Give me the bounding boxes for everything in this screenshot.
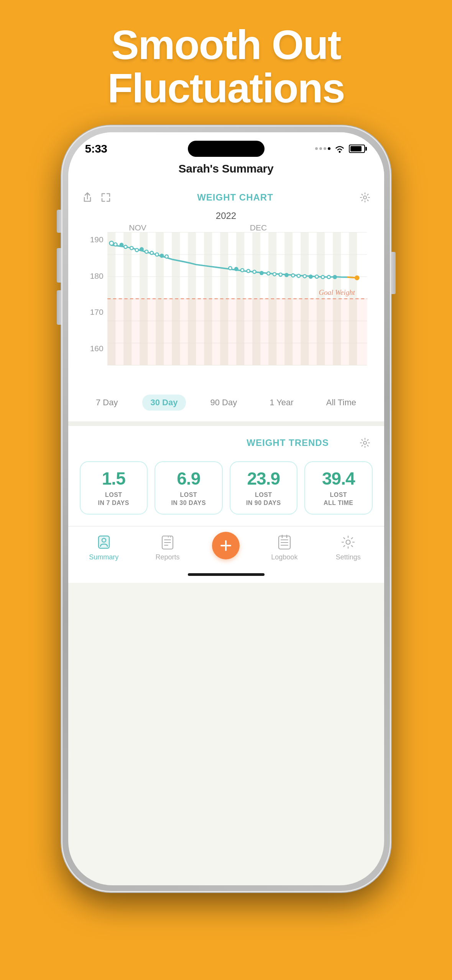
tab-7day[interactable]: 7 Day: [87, 395, 126, 411]
svg-point-77: [285, 273, 288, 276]
svg-point-83: [303, 275, 306, 278]
summary-icon: [95, 533, 113, 551]
trends-section: Weight Trends 1.5 LOSTIN 7 DAYS: [68, 426, 384, 526]
volume-up-button: [57, 248, 61, 283]
tab-settings[interactable]: Settings: [329, 533, 367, 561]
trend-label-7day: LOSTIN 7 DAYS: [98, 491, 129, 507]
svg-point-63: [240, 268, 243, 271]
svg-point-85: [309, 275, 312, 278]
svg-point-37: [114, 243, 117, 246]
battery-icon: [349, 145, 367, 153]
trend-label-alltime: LOSTALL TIME: [324, 491, 353, 507]
svg-text:190: 190: [90, 235, 103, 244]
hero-line2: Fluctuations: [108, 65, 345, 111]
tab-1year[interactable]: 1 Year: [261, 395, 302, 411]
svg-point-47: [140, 248, 143, 251]
share-icon[interactable]: [80, 190, 95, 205]
wifi-icon: [334, 145, 345, 153]
trend-card-30day: 6.9 LOSTIN 30 DAYS: [155, 461, 223, 515]
power-button: [391, 252, 396, 294]
svg-point-61: [235, 267, 238, 270]
svg-point-51: [150, 251, 153, 254]
svg-point-71: [267, 272, 270, 275]
section-divider: [68, 421, 384, 426]
tab-bar: Summary Reports: [68, 526, 384, 573]
trend-value-7day: 1.5: [102, 470, 125, 487]
phone-screen: 5:33: [68, 132, 384, 885]
tab-logbook[interactable]: Logbook: [265, 533, 304, 561]
svg-point-55: [160, 254, 163, 257]
trends-title: Weight Trends: [247, 437, 329, 448]
svg-point-110: [346, 540, 350, 544]
trend-card-alltime: 39.4 LOSTALL TIME: [304, 461, 373, 515]
silent-button: [57, 210, 61, 233]
trend-label-30day: LOSTIN 30 DAYS: [171, 491, 206, 507]
svg-point-53: [155, 253, 158, 256]
tab-30day[interactable]: 30 Day: [142, 395, 186, 411]
time-range-tabs: 7 Day 30 Day 90 Day 1 Year All Time: [80, 391, 373, 412]
chart-header: Weight Chart: [80, 190, 373, 205]
status-time: 5:33: [85, 142, 107, 155]
trend-card-90day: 23.9 LOSTIN 90 DAYS: [230, 461, 298, 515]
tab-summary[interactable]: Summary: [85, 533, 123, 561]
tab-90day[interactable]: 90 Day: [202, 395, 246, 411]
svg-text:NOV: NOV: [129, 224, 146, 232]
chart-year: 2022: [80, 210, 373, 221]
chart-title: Weight Chart: [197, 192, 273, 203]
trend-label-90day: LOSTIN 90 DAYS: [246, 491, 281, 507]
tab-summary-label: Summary: [89, 553, 118, 561]
reports-icon: [159, 533, 176, 551]
tab-reports[interactable]: Reports: [148, 533, 187, 561]
svg-point-0: [339, 151, 341, 153]
svg-point-1: [363, 196, 367, 199]
svg-point-94: [363, 441, 367, 444]
svg-point-65: [247, 269, 250, 272]
trends-cards: 1.5 LOSTIN 7 DAYS 6.9 LOSTIN 30 DAYS 23.…: [80, 461, 373, 515]
signal-icon: [315, 147, 330, 150]
svg-text:DEC: DEC: [250, 224, 266, 232]
chart-container: Goal Weight NOV DEC 190 180 170 160: [80, 224, 373, 385]
svg-point-57: [165, 255, 168, 258]
svg-point-45: [135, 248, 138, 252]
svg-point-79: [291, 274, 294, 277]
svg-point-49: [145, 250, 148, 253]
home-indicator-area: [68, 573, 384, 583]
goal-label: Goal Weight: [319, 288, 355, 296]
svg-rect-26: [107, 299, 367, 365]
tab-reports-label: Reports: [156, 553, 180, 561]
svg-point-81: [297, 274, 300, 277]
volume-down-button: [57, 290, 61, 325]
svg-point-67: [253, 270, 256, 273]
svg-text:170: 170: [90, 307, 103, 316]
svg-point-41: [124, 245, 127, 248]
tab-logbook-label: Logbook: [271, 553, 297, 561]
trend-value-90day: 23.9: [247, 470, 280, 487]
expand-icon[interactable]: [98, 190, 113, 205]
hero-headline: Smooth Out Fluctuations: [108, 23, 345, 110]
svg-point-43: [130, 247, 133, 250]
svg-point-39: [120, 243, 123, 246]
settings-icon[interactable]: [357, 190, 373, 205]
svg-point-35: [109, 241, 113, 245]
weight-chart-svg: Goal Weight NOV DEC 190 180 170 160: [80, 224, 373, 385]
svg-text:160: 160: [90, 344, 103, 353]
trend-value-30day: 6.9: [177, 470, 200, 487]
phone-mockup: 5:33: [61, 125, 391, 892]
status-icons: [315, 145, 367, 153]
svg-point-87: [315, 275, 318, 278]
svg-point-93: [333, 275, 336, 278]
hero-line1: Smooth Out: [112, 21, 341, 68]
add-button[interactable]: [212, 532, 240, 559]
svg-point-59: [228, 266, 232, 270]
svg-point-91: [327, 275, 330, 278]
tab-alltime[interactable]: All Time: [318, 395, 365, 411]
trends-header: Weight Trends: [80, 435, 373, 451]
trends-settings-icon[interactable]: [357, 435, 373, 451]
svg-point-69: [260, 271, 263, 275]
current-point: [355, 276, 359, 280]
svg-point-75: [279, 273, 282, 276]
settings-tab-icon: [339, 533, 357, 551]
tab-settings-label: Settings: [336, 553, 361, 561]
trend-value-alltime: 39.4: [322, 470, 355, 487]
svg-text:180: 180: [90, 271, 103, 280]
